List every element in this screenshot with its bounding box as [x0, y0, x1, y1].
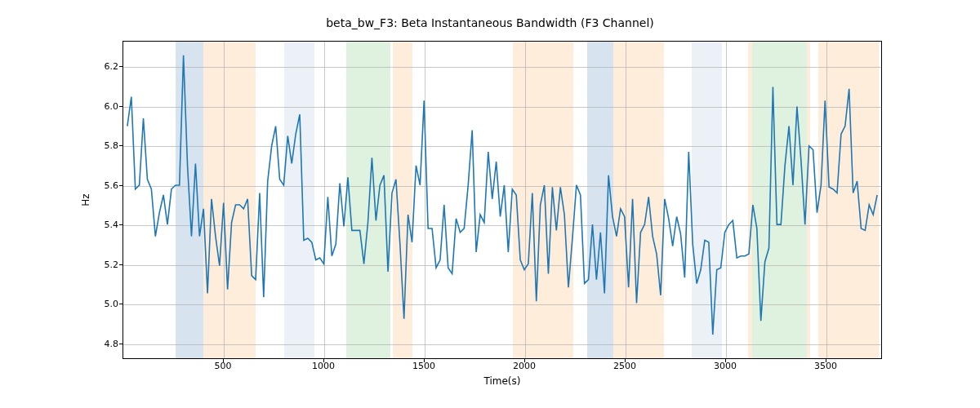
- y-tick-mark: [119, 224, 122, 225]
- y-tick-mark: [119, 344, 122, 344]
- x-tick-mark: [524, 359, 525, 362]
- chart-axes: [122, 41, 882, 359]
- y-tick-label: 5.0: [90, 299, 118, 309]
- y-tick-mark: [119, 304, 122, 304]
- y-tick-label: 4.8: [90, 339, 118, 349]
- y-tick-mark: [119, 185, 122, 186]
- y-tick-label: 5.8: [90, 140, 118, 151]
- x-tick-mark: [625, 359, 626, 362]
- x-tick-mark: [826, 359, 826, 362]
- y-tick-mark: [119, 145, 122, 146]
- x-tick-mark: [424, 359, 425, 362]
- y-tick-mark: [119, 106, 122, 107]
- y-tick-mark: [119, 66, 122, 67]
- chart-figure: beta_bw_F3: Beta Instantaneous Bandwidth…: [0, 0, 980, 408]
- y-tick-mark: [119, 264, 122, 265]
- y-tick-label: 6.2: [90, 61, 118, 72]
- x-axis-label: Time(s): [122, 375, 882, 387]
- y-tick-label: 5.4: [90, 220, 118, 230]
- x-tick-mark: [223, 359, 224, 362]
- y-tick-label: 5.2: [90, 259, 118, 270]
- x-tick-mark: [323, 359, 324, 362]
- x-tick-mark: [725, 359, 726, 362]
- y-tick-label: 6.0: [90, 101, 118, 112]
- line-series: [123, 42, 881, 358]
- y-tick-label: 5.6: [90, 180, 118, 191]
- chart-title: beta_bw_F3: Beta Instantaneous Bandwidth…: [0, 16, 980, 29]
- y-axis-label: Hz: [78, 41, 94, 359]
